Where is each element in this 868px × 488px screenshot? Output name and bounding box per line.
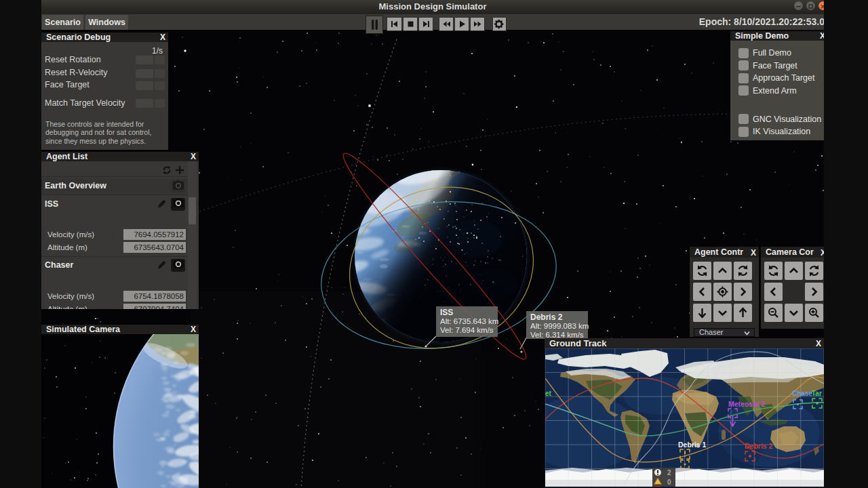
svg-text:Debris 2: Debris 2 bbox=[745, 442, 773, 450]
svg-text:Chase: Chase bbox=[792, 390, 812, 397]
svg-text:Debris 1: Debris 1 bbox=[678, 441, 707, 449]
svg-text:2: 2 bbox=[667, 469, 671, 476]
svg-text:et: et bbox=[545, 390, 552, 397]
svg-text:Tar: Tar bbox=[812, 390, 822, 397]
svg-text:Meteosat 2: Meteosat 2 bbox=[728, 400, 765, 408]
svg-text:0: 0 bbox=[667, 479, 671, 486]
